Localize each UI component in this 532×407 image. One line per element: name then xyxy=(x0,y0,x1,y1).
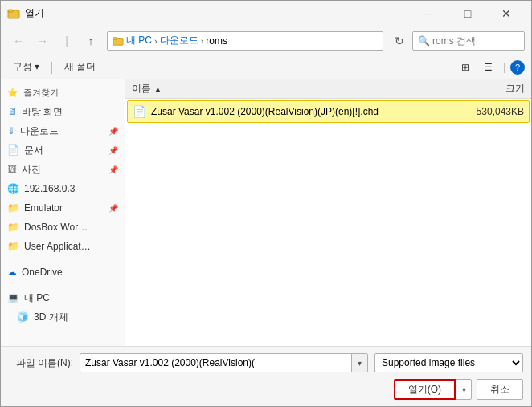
column-size-header[interactable]: 크기 xyxy=(444,82,525,96)
filename-label: 파일 이름(N): xyxy=(9,356,73,370)
search-box[interactable]: 🔍 xyxy=(412,31,525,51)
window-controls: ─ □ ✕ xyxy=(411,2,525,25)
nav-toolbar: ← → | ↑ 내 PC › 다운로드 › roms ↻ 🔍 xyxy=(1,26,531,55)
open-button-group: 열기(O) ▾ xyxy=(394,379,472,400)
open-dropdown-button[interactable]: ▾ xyxy=(456,379,472,400)
sidebar-label-pictures: 사진 xyxy=(22,163,41,177)
filename-row: 파일 이름(N): ▾ Supported image files xyxy=(9,353,523,372)
sidebar-item-pictures[interactable]: 🖼 사진 📌 xyxy=(1,160,125,179)
refresh-icon: ↻ xyxy=(395,35,404,47)
minimize-button[interactable]: ─ xyxy=(411,2,448,25)
open-dropdown-icon: ▾ xyxy=(462,385,466,394)
favorites-icon: ⭐ xyxy=(7,88,18,98)
sidebar-label-3dobjects: 3D 개체 xyxy=(34,311,68,324)
file-name: Zusar Vasar v1.002 (2000)(RealVision)(JP… xyxy=(151,106,439,117)
refresh-button[interactable]: ↻ xyxy=(388,30,411,52)
search-icon: 🔍 xyxy=(418,35,430,47)
close-button[interactable]: ✕ xyxy=(488,2,525,25)
pin-icon-documents: 📌 xyxy=(108,146,118,155)
sidebar-item-mypc[interactable]: 💻 내 PC xyxy=(1,288,125,307)
up-button[interactable]: ↑ xyxy=(80,30,102,52)
sidebar-label-documents: 문서 xyxy=(24,144,43,157)
search-input[interactable] xyxy=(432,35,519,47)
sidebar-label-emulator: Emulator xyxy=(24,202,63,214)
action-toolbar: 구성 ▾ | 새 폴더 ⊞ ☰ | ? xyxy=(1,55,531,79)
list-scroll-area: 📄 Zusar Vasar v1.002 (2000)(RealVision)(… xyxy=(125,99,531,346)
sidebar-item-emulator[interactable]: 📁 Emulator 📌 xyxy=(1,198,125,218)
3dobjects-icon: 🧊 xyxy=(17,311,29,323)
help-button[interactable]: ? xyxy=(510,60,525,75)
documents-icon: 📄 xyxy=(7,144,19,156)
column-headers: 이름 ▲ 크기 xyxy=(125,79,531,99)
filename-dropdown-icon: ▾ xyxy=(358,359,362,368)
main-content: ⭐ 즐겨찾기 🖥 바탕 화면 ⇓ 다운로드 📌 📄 문서 📌 � xyxy=(1,79,531,346)
sidebar-item-onedrive[interactable]: ☁ OneDrive xyxy=(1,263,125,282)
bottom-bar: 파일 이름(N): ▾ Supported image files 열기(O) … xyxy=(1,346,531,406)
open-dialog: 열기 ─ □ ✕ ← → | ↑ 내 PC › 다운로드 xyxy=(0,0,532,407)
sidebar-item-dosbox[interactable]: 📁 DosBox Wor… xyxy=(1,218,125,237)
breadcrumb-downloads[interactable]: 다운로드 xyxy=(160,34,198,47)
separator-nav: | xyxy=(55,30,78,52)
new-folder-button[interactable]: 새 폴더 xyxy=(59,59,101,76)
svg-rect-3 xyxy=(113,37,117,39)
column-name-header[interactable]: 이름 ▲ xyxy=(132,82,444,96)
organize-button[interactable]: 구성 ▾ xyxy=(7,59,45,76)
sidebar-label-desktop: 바탕 화면 xyxy=(22,105,63,119)
onedrive-icon: ☁ xyxy=(7,267,17,278)
filename-input[interactable] xyxy=(80,357,351,368)
column-name-label: 이름 xyxy=(132,82,151,96)
downloads-icon: ⇓ xyxy=(7,125,15,136)
sidebar-item-desktop[interactable]: 🖥 바탕 화면 xyxy=(1,102,125,121)
sidebar-item-3dobjects[interactable]: 🧊 3D 개체 xyxy=(1,307,125,327)
pin-icon-downloads: 📌 xyxy=(108,127,118,136)
breadcrumb-roms: roms xyxy=(206,35,227,47)
sidebar-label-dosbox: DosBox Wor… xyxy=(24,222,88,233)
sidebar-item-network[interactable]: 🌐 192.168.0.3 xyxy=(1,179,125,198)
back-button[interactable]: ← xyxy=(7,30,30,52)
sidebar-label-mypc: 내 PC xyxy=(24,291,50,305)
up-icon: ↑ xyxy=(88,35,94,47)
view-icons-button[interactable]: ⊞ xyxy=(456,59,475,76)
help-icon: ? xyxy=(515,63,520,72)
sidebar-item-documents[interactable]: 📄 문서 📌 xyxy=(1,140,125,160)
forward-icon: → xyxy=(37,35,48,47)
breadcrumb-bar[interactable]: 내 PC › 다운로드 › roms xyxy=(107,31,383,51)
userapps-icon: 📁 xyxy=(7,241,19,252)
breadcrumb-mypc[interactable]: 내 PC xyxy=(126,34,152,47)
view-icons-icon: ⊞ xyxy=(461,62,469,73)
file-icon: 📄 xyxy=(133,105,146,118)
breadcrumb-sep2: › xyxy=(201,36,204,46)
toolbar-sep: | xyxy=(50,60,53,75)
breadcrumb-folder-icon xyxy=(113,35,126,47)
dialog-icon xyxy=(7,7,20,20)
forward-button[interactable]: → xyxy=(31,30,54,52)
cancel-button[interactable]: 취소 xyxy=(477,379,523,400)
pin-icon-emulator: 📌 xyxy=(108,204,118,213)
pictures-icon: 🖼 xyxy=(7,164,17,175)
file-list: 📄 Zusar Vasar v1.002 (2000)(RealVision)(… xyxy=(125,99,531,346)
dialog-title: 열기 xyxy=(25,6,411,20)
sort-icon: ▲ xyxy=(154,85,162,93)
sidebar-item-userapps[interactable]: 📁 User Applicat… xyxy=(1,237,125,256)
filename-dropdown-button[interactable]: ▾ xyxy=(351,354,367,372)
maximize-button[interactable]: □ xyxy=(449,2,486,25)
sidebar-item-downloads[interactable]: ⇓ 다운로드 📌 xyxy=(1,121,125,140)
filename-input-wrapper[interactable]: ▾ xyxy=(80,353,368,372)
file-size: 530,043KB xyxy=(444,106,524,117)
sidebar-label-network: 192.168.0.3 xyxy=(24,183,75,194)
sidebar-label-userapps: User Applicat… xyxy=(24,241,91,252)
favorites-header: ⭐ 즐겨찾기 xyxy=(1,83,125,102)
view-details-button[interactable]: ☰ xyxy=(478,59,498,76)
favorites-label: 즐겨찾기 xyxy=(23,87,59,99)
back-icon: ← xyxy=(13,35,24,47)
table-row[interactable]: 📄 Zusar Vasar v1.002 (2000)(RealVision)(… xyxy=(127,100,530,123)
sidebar-label-downloads: 다운로드 xyxy=(20,124,59,138)
pin-icon-pictures: 📌 xyxy=(108,165,118,174)
open-button[interactable]: 열기(O) xyxy=(394,379,456,400)
filetype-select[interactable]: Supported image files xyxy=(374,353,523,372)
sidebar-label-onedrive: OneDrive xyxy=(22,267,63,278)
view-details-icon: ☰ xyxy=(484,62,493,73)
breadcrumb-sep1: › xyxy=(154,36,158,46)
file-list-container: 이름 ▲ 크기 📄 Zusar Vasar v1.002 (2000)(Real… xyxy=(125,79,531,346)
buttons-row: 열기(O) ▾ 취소 xyxy=(9,379,523,400)
